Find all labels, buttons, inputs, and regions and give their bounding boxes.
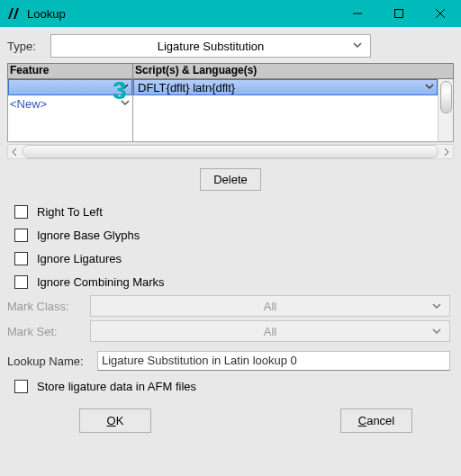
type-value: Ligature Substitution — [51, 40, 370, 53]
scripts-value: DFLT{dflt} latn{dflt} — [138, 81, 235, 94]
store-afm-label: Store ligature data in AFM files — [37, 380, 196, 393]
mark-set-select[interactable]: All — [90, 320, 450, 342]
window-title: Lookup — [27, 7, 337, 21]
scripts-column: DFLT{dflt} latn{dflt} — [133, 79, 454, 142]
mark-set-label: Mark Set: — [7, 325, 90, 338]
lookup-name-input[interactable]: Ligature Substitution in Latin lookup 0 — [97, 351, 450, 371]
column-header-scripts: Script(s) & Language(s) — [133, 63, 454, 79]
close-button[interactable] — [420, 0, 461, 27]
titlebar: Lookup — [0, 0, 461, 27]
horizontal-scrollbar[interactable] — [7, 144, 454, 159]
vertical-scrollbar[interactable] — [438, 79, 453, 141]
ignore-lig-checkbox[interactable] — [14, 252, 28, 265]
lookup-name-label: Lookup Name: — [7, 355, 97, 368]
callout-badge: 3 — [113, 76, 127, 105]
ignore-lig-label: Ignore Ligatures — [37, 252, 122, 265]
feature-new-label: <New> — [10, 97, 47, 111]
delete-button[interactable]: Delete — [200, 168, 261, 191]
scroll-left-icon[interactable] — [8, 146, 21, 158]
ignore-base-label: Ignore Base Glyphs — [37, 229, 140, 242]
lookup-grid: <New> DFLT{dflt} latn{dflt} — [7, 79, 454, 142]
scripts-row[interactable]: DFLT{dflt} latn{dflt} — [133, 79, 438, 95]
cancel-button[interactable]: Cancel — [340, 409, 412, 433]
chevron-down-icon — [352, 40, 363, 53]
ignore-comb-label: Ignore Combining Marks — [37, 275, 165, 289]
rtl-label: Right To Left — [37, 205, 103, 219]
app-icon — [5, 5, 22, 22]
ignore-base-checkbox[interactable] — [14, 229, 28, 242]
mark-class-label: Mark Class: — [7, 300, 90, 313]
mark-set-value: All — [264, 325, 276, 338]
store-afm-checkbox[interactable] — [14, 380, 28, 393]
chevron-down-icon — [424, 81, 435, 94]
scroll-thumb[interactable] — [440, 81, 452, 113]
mark-class-select[interactable]: All — [90, 295, 450, 317]
ok-button[interactable]: OK — [79, 409, 151, 433]
scroll-right-icon[interactable] — [440, 146, 453, 158]
scroll-track[interactable] — [23, 145, 438, 158]
chevron-down-icon — [431, 301, 442, 314]
maximize-button[interactable] — [378, 0, 420, 27]
type-select[interactable]: Ligature Substitution — [50, 34, 371, 58]
ignore-comb-checkbox[interactable] — [14, 275, 28, 289]
mark-class-value: All — [264, 300, 276, 313]
chevron-down-icon — [431, 326, 442, 339]
type-label: Type: — [7, 40, 47, 53]
svg-rect-1 — [395, 10, 403, 18]
minimize-button[interactable] — [337, 0, 378, 27]
rtl-checkbox[interactable] — [14, 205, 28, 219]
